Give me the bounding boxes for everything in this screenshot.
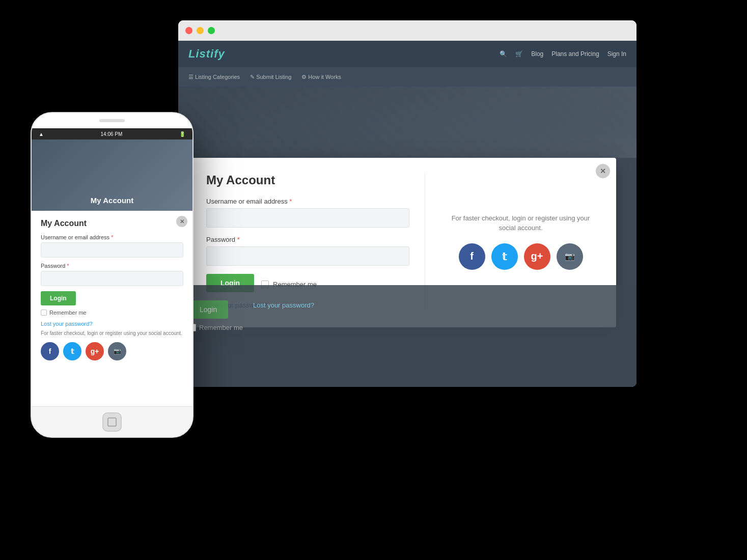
phone-instagram-button[interactable]: 📷	[108, 342, 126, 360]
phone-lost-password-link[interactable]: Lost your password?	[41, 321, 183, 327]
nav-blog[interactable]: Blog	[531, 50, 543, 58]
social-icons-row: f 𝕥 g+ 📷	[459, 243, 583, 270]
phone-battery-icon: 🔋	[179, 131, 185, 137]
phone-username-label: Username or email address *	[41, 234, 183, 240]
site-subnav: ☰ Listing Categories ✎ Submit Listing ⚙ …	[178, 67, 637, 87]
phone-notch	[32, 113, 192, 128]
phone-social-desc: For faster checkout, login or register u…	[41, 330, 183, 337]
site-logo: Listify	[188, 47, 225, 61]
phone-speaker	[99, 119, 125, 122]
maximize-dot[interactable]	[208, 27, 215, 34]
nav-signin[interactable]: Sign In	[607, 50, 626, 58]
instagram-login-button[interactable]: 📷	[557, 243, 583, 270]
cart-icon[interactable]: 🛒	[515, 50, 523, 58]
phone-login-button[interactable]: Login	[41, 291, 76, 305]
phone-remember-checkbox[interactable]	[41, 310, 47, 316]
phone-username-required: *	[111, 234, 113, 240]
subnav-how-it-works[interactable]: ⚙ How it Works	[301, 74, 341, 80]
phone-password-input[interactable]	[41, 271, 183, 286]
browser-content: Listify 🔍 🛒 Blog Plans and Pricing Sign …	[178, 41, 637, 387]
social-description: For faster checkout, login or register u…	[443, 213, 598, 233]
username-input[interactable]	[206, 208, 409, 228]
phone-google-button[interactable]: g+	[86, 342, 104, 360]
phone-remember-label: Remember me	[49, 310, 87, 316]
phone-time: 14:06 PM	[101, 131, 123, 137]
nav-plans[interactable]: Plans and Pricing	[551, 50, 599, 58]
username-label: Username or email address *	[206, 198, 409, 205]
phone-bottom-bar	[32, 406, 192, 437]
phone-screen-bg: My Account	[32, 139, 192, 211]
phone-signal-icon: ▲	[39, 131, 44, 137]
phone-remember-row: Remember me	[41, 310, 183, 316]
phone-password-required: *	[67, 263, 69, 269]
dimmed-remember-row: Remember me	[188, 324, 243, 331]
dimmed-remember-label: Remember me	[199, 324, 243, 331]
dimmed-lost-password: Lost your password?	[253, 301, 314, 309]
phone-login-modal: ✕ My Account Username or email address *…	[32, 211, 192, 406]
phone-twitter-button[interactable]: 𝕥	[63, 342, 81, 360]
username-required: *	[289, 198, 292, 205]
browser-titlebar	[178, 20, 637, 41]
password-required: *	[237, 236, 240, 243]
phone-home-button[interactable]	[102, 412, 122, 432]
phone-username-input[interactable]	[41, 242, 183, 258]
dimmed-login-button: Login	[188, 300, 228, 319]
phone-password-label: Password *	[41, 263, 183, 269]
twitter-login-button[interactable]: 𝕥	[491, 243, 518, 270]
phone-facebook-button[interactable]: f	[41, 342, 59, 360]
phone-modal-title: My Account	[41, 219, 183, 228]
site-nav: 🔍 🛒 Blog Plans and Pricing Sign In	[500, 50, 626, 58]
modal-close-button[interactable]: ✕	[596, 164, 610, 178]
close-dot[interactable]	[185, 27, 192, 34]
browser-window: Listify 🔍 🛒 Blog Plans and Pricing Sign …	[178, 20, 637, 387]
google-login-button[interactable]: g+	[524, 243, 550, 270]
password-input[interactable]	[206, 246, 409, 266]
modal-title: My Account	[206, 173, 409, 187]
phone-modal-close-button[interactable]: ✕	[176, 216, 187, 227]
phone-home-inner	[107, 417, 117, 427]
phone-social-icons: f 𝕥 g+ 📷	[41, 342, 183, 360]
search-icon[interactable]: 🔍	[500, 50, 507, 58]
minimize-dot[interactable]	[197, 27, 204, 34]
subnav-listing-categories[interactable]: ☰ Listing Categories	[188, 74, 240, 80]
phone-device: ▲ 14:06 PM 🔋 My Account ✕ My Account Use…	[31, 112, 193, 438]
phone-screen-title: My Account	[32, 196, 192, 205]
subnav-submit-listing[interactable]: ✎ Submit Listing	[250, 74, 291, 80]
dimmed-bottom-area: Login Remember me Lost your password?	[178, 285, 637, 387]
phone-statusbar: ▲ 14:06 PM 🔋	[32, 128, 192, 139]
site-header: Listify 🔍 🛒 Blog Plans and Pricing Sign …	[178, 41, 637, 67]
facebook-login-button[interactable]: f	[459, 243, 485, 270]
password-label: Password *	[206, 236, 409, 243]
